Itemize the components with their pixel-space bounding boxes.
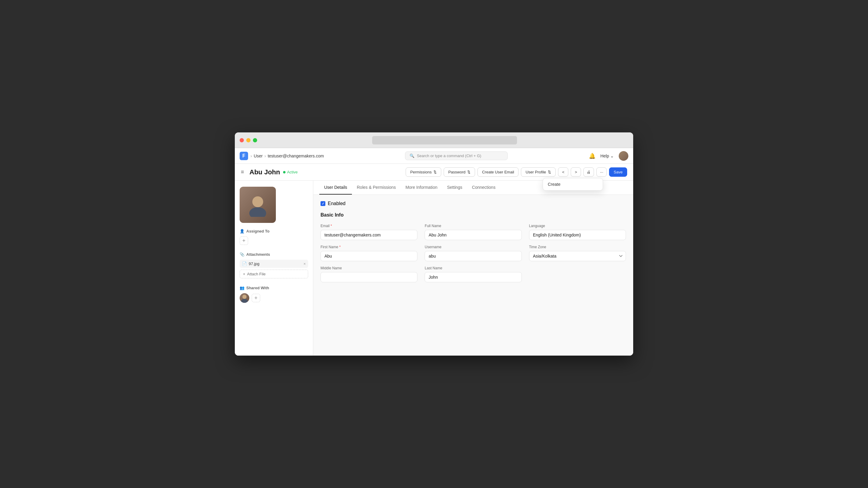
notification-icon[interactable]: 🔔 bbox=[589, 153, 595, 159]
breadcrumb-email[interactable]: testuser@changemakers.com bbox=[268, 154, 324, 158]
full-name-input[interactable] bbox=[425, 230, 522, 240]
first-name-group: First Name * bbox=[320, 245, 417, 261]
shared-with-section: 👥 Shared With + bbox=[240, 286, 308, 303]
search-bar[interactable]: 🔍 Search or type a command (Ctrl + G) bbox=[405, 152, 508, 160]
enabled-label: Enabled bbox=[328, 201, 346, 206]
hamburger-icon[interactable]: ≡ bbox=[241, 169, 244, 175]
middle-name-input[interactable] bbox=[320, 272, 417, 282]
chevron-right-icon: > bbox=[575, 170, 577, 174]
form-area: Enabled Basic Info Email * F bbox=[313, 195, 633, 356]
attachments-header: 📎 Attachments bbox=[240, 252, 308, 257]
language-group: Language bbox=[529, 224, 626, 240]
email-input[interactable] bbox=[320, 230, 417, 240]
assigned-to-icon: 👤 bbox=[240, 229, 245, 233]
app-logo[interactable]: F bbox=[240, 152, 248, 160]
last-name-group: Last Name bbox=[425, 266, 522, 282]
last-name-input[interactable] bbox=[425, 272, 522, 282]
attachment-left: 📄 97.jpg bbox=[242, 261, 259, 266]
user-avatar[interactable] bbox=[619, 151, 628, 161]
status-badge: Active bbox=[283, 170, 298, 174]
tab-settings[interactable]: Settings bbox=[442, 181, 467, 195]
user-profile-dropdown: Create bbox=[542, 178, 603, 191]
enabled-checkbox[interactable] bbox=[320, 201, 326, 206]
chevron-down-icon: ⌄ bbox=[610, 154, 614, 158]
basic-info-title: Basic Info bbox=[320, 212, 626, 218]
email-required: * bbox=[331, 224, 332, 228]
tab-more-information[interactable]: More Information bbox=[401, 181, 442, 195]
maximize-button[interactable] bbox=[253, 138, 257, 142]
assigned-to-header: 👤 Assigned To bbox=[240, 229, 308, 233]
attachment-filename: 97.jpg bbox=[249, 261, 259, 266]
attachments-section: 📎 Attachments 📄 97.jpg × + Attach File bbox=[240, 252, 308, 279]
close-button[interactable] bbox=[240, 138, 244, 142]
app-window: F › User › testuser@changemakers.com 🔍 S… bbox=[235, 132, 633, 356]
shared-with-label: Shared With bbox=[246, 286, 269, 290]
timezone-group: Time Zone Asia/Kolkata bbox=[529, 245, 626, 261]
plus-icon2: + bbox=[254, 295, 258, 301]
chevron-left-icon: < bbox=[562, 170, 565, 174]
status-dot bbox=[283, 171, 285, 173]
last-name-label: Last Name bbox=[425, 266, 522, 270]
enabled-row: Enabled bbox=[320, 201, 626, 206]
main-area: 👤 Assigned To + 📎 Attachments 📄 97.jpg bbox=[235, 181, 633, 356]
nav-next-button[interactable]: > bbox=[571, 167, 581, 177]
print-button[interactable]: 🖨 bbox=[583, 167, 594, 177]
attachment-item: 📄 97.jpg × bbox=[240, 260, 308, 268]
traffic-lights bbox=[240, 138, 257, 142]
attachments-label: Attachments bbox=[246, 252, 270, 257]
titlebar bbox=[235, 132, 633, 148]
attach-file-button[interactable]: + Attach File bbox=[240, 270, 308, 279]
user-photo bbox=[240, 187, 276, 223]
dropdown-create-item[interactable]: Create bbox=[543, 178, 603, 190]
username-group: Username bbox=[425, 245, 522, 261]
minimize-button[interactable] bbox=[246, 138, 250, 142]
first-name-required: * bbox=[339, 245, 341, 249]
plus-icon: + bbox=[242, 238, 246, 244]
first-name-label: First Name * bbox=[320, 245, 417, 249]
tab-roles-permissions[interactable]: Roles & Permissions bbox=[352, 181, 401, 195]
breadcrumb-arrow2: › bbox=[265, 154, 266, 158]
svg-point-2 bbox=[242, 295, 247, 299]
svg-point-0 bbox=[252, 196, 263, 207]
full-name-label: Full Name bbox=[425, 224, 522, 228]
shared-user-avatar bbox=[240, 293, 249, 303]
create-user-email-button[interactable]: Create User Email bbox=[477, 167, 519, 177]
email-label: Email * bbox=[320, 224, 417, 228]
timezone-select[interactable]: Asia/Kolkata bbox=[529, 251, 626, 261]
permissions-button[interactable]: Permissions ⇅ bbox=[406, 167, 441, 177]
breadcrumb-user[interactable]: User bbox=[254, 154, 263, 158]
search-icon: 🔍 bbox=[409, 154, 414, 158]
username-label: Username bbox=[425, 245, 522, 249]
page-header: ≡ Abu John Active Permissions ⇅ Password… bbox=[235, 164, 633, 181]
middle-name-group: Middle Name bbox=[320, 266, 417, 282]
shared-icon: 👥 bbox=[240, 286, 245, 290]
add-assigned-button[interactable]: + bbox=[240, 236, 248, 245]
username-input[interactable] bbox=[425, 251, 522, 261]
password-button[interactable]: Password ⇅ bbox=[444, 167, 475, 177]
save-button[interactable]: Save bbox=[609, 167, 627, 177]
full-name-group: Full Name bbox=[425, 224, 522, 240]
content-area: User Details Roles & Permissions More In… bbox=[313, 181, 633, 356]
add-shared-button[interactable]: + bbox=[252, 294, 260, 302]
page-title-area: ≡ Abu John Active bbox=[241, 168, 298, 176]
tab-connections[interactable]: Connections bbox=[467, 181, 500, 195]
nav-prev-button[interactable]: < bbox=[558, 167, 568, 177]
language-label: Language bbox=[529, 224, 626, 228]
remove-attachment-button[interactable]: × bbox=[303, 261, 306, 266]
tab-user-details[interactable]: User Details bbox=[319, 181, 352, 195]
language-input[interactable] bbox=[529, 230, 626, 240]
navbar: F › User › testuser@changemakers.com 🔍 S… bbox=[235, 148, 633, 164]
assigned-to-label: Assigned To bbox=[246, 229, 270, 233]
first-name-input[interactable] bbox=[320, 251, 417, 261]
form-grid: Email * Full Name Language bbox=[320, 224, 626, 282]
navbar-actions: 🔔 Help ⌄ bbox=[589, 151, 628, 161]
more-button[interactable]: ··· bbox=[596, 167, 607, 177]
print-icon: 🖨 bbox=[587, 170, 591, 174]
status-label: Active bbox=[287, 170, 298, 174]
help-label: Help bbox=[600, 154, 609, 158]
chevron-icon: ⇅ bbox=[433, 170, 437, 174]
breadcrumb: › User › testuser@changemakers.com bbox=[250, 154, 324, 158]
help-button[interactable]: Help ⌄ bbox=[600, 154, 614, 158]
attach-file-label: Attach File bbox=[247, 272, 266, 276]
user-profile-button[interactable]: User Profile ⇅ bbox=[521, 167, 556, 177]
